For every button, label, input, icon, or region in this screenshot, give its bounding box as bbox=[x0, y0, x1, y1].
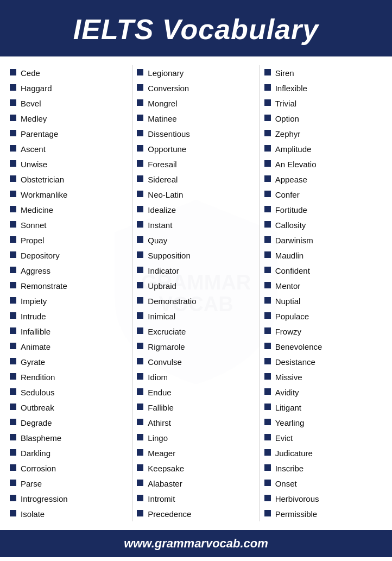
bullet-icon bbox=[264, 480, 271, 486]
word-text: Bevel bbox=[21, 98, 41, 109]
list-item: Workmanlike bbox=[10, 187, 128, 202]
bullet-icon bbox=[10, 160, 16, 167]
list-item: Degrade bbox=[10, 415, 128, 430]
word-text: Foresail bbox=[148, 159, 176, 170]
bullet-icon bbox=[264, 434, 271, 440]
bullet-icon bbox=[264, 388, 271, 395]
bullet-icon bbox=[10, 145, 16, 152]
bullet-icon bbox=[10, 419, 16, 425]
list-item: Nuptial bbox=[264, 293, 382, 308]
word-text: Impiety bbox=[21, 295, 47, 307]
bullet-icon bbox=[10, 236, 16, 243]
bullet-icon bbox=[137, 373, 143, 380]
list-item: Outbreak bbox=[10, 400, 128, 415]
list-item: Inimical bbox=[137, 308, 255, 324]
word-text: Fortitude bbox=[275, 204, 307, 216]
word-text: Trivial bbox=[275, 98, 296, 109]
list-item: Meager bbox=[137, 445, 255, 461]
bullet-icon bbox=[10, 495, 16, 501]
bullet-icon bbox=[137, 251, 143, 258]
list-item: Foresail bbox=[137, 156, 255, 172]
bullet-icon bbox=[137, 358, 143, 364]
word-text: Mentor bbox=[275, 280, 301, 292]
word-text: Fallible bbox=[148, 402, 174, 413]
list-item: Indicator bbox=[137, 263, 255, 278]
content-area: GRAMMAR VOCAB CedeHaggardBevelMedleyPare… bbox=[0, 56, 392, 530]
list-item: Isolate bbox=[10, 506, 128, 521]
word-text: Siren bbox=[275, 67, 294, 79]
word-text: Propel bbox=[21, 235, 44, 246]
bullet-icon bbox=[264, 282, 271, 288]
word-text: Intromit bbox=[148, 493, 175, 505]
word-text: Nuptial bbox=[275, 295, 301, 307]
bullet-icon bbox=[264, 464, 271, 471]
list-item: Alabaster bbox=[137, 476, 255, 491]
bullet-icon bbox=[264, 297, 271, 304]
bullet-icon bbox=[264, 145, 271, 152]
word-text: Meager bbox=[148, 447, 175, 459]
word-text: Legionary bbox=[148, 67, 184, 79]
page-title: IELTS Vocabulary bbox=[11, 13, 381, 46]
bullet-icon bbox=[264, 99, 271, 106]
bullet-icon bbox=[137, 221, 143, 228]
word-text: Parse bbox=[21, 478, 42, 489]
list-item: Precedence bbox=[137, 506, 255, 521]
list-item: Sedulous bbox=[10, 384, 128, 400]
list-item: Avidity bbox=[264, 384, 382, 400]
list-item: Permissible bbox=[264, 506, 382, 521]
word-text: Parentage bbox=[21, 128, 58, 140]
word-text: Matinee bbox=[148, 113, 176, 124]
list-item: Haggard bbox=[10, 80, 128, 96]
list-item: Legionary bbox=[137, 65, 255, 80]
word-text: An Elevatio bbox=[275, 159, 317, 170]
bullet-icon bbox=[264, 343, 271, 349]
list-item: Excruciate bbox=[137, 324, 255, 339]
list-item: Sonnet bbox=[10, 217, 128, 232]
word-text: Sonnet bbox=[21, 219, 47, 231]
list-item: Lingo bbox=[137, 430, 255, 445]
bullet-icon bbox=[137, 191, 143, 197]
word-text: Amplitude bbox=[275, 143, 312, 155]
word-text: Litigant bbox=[275, 402, 301, 413]
list-item: Parentage bbox=[10, 126, 128, 141]
bullet-icon bbox=[10, 115, 16, 121]
bullet-icon bbox=[10, 221, 16, 228]
list-item: Endue bbox=[137, 384, 255, 400]
word-text: Rigmarole bbox=[148, 341, 185, 352]
list-item: Trivial bbox=[264, 96, 382, 111]
bullet-icon bbox=[264, 206, 271, 212]
word-text: Appease bbox=[275, 174, 307, 185]
bullet-icon bbox=[10, 312, 16, 319]
word-text: Intrude bbox=[21, 311, 46, 322]
bullet-icon bbox=[137, 480, 143, 486]
list-item: Fallible bbox=[137, 400, 255, 415]
bullet-icon bbox=[10, 297, 16, 304]
list-item: Cede bbox=[10, 65, 128, 80]
word-text: Yearling bbox=[275, 417, 305, 428]
bullet-icon bbox=[137, 510, 143, 516]
list-item: Depository bbox=[10, 248, 128, 263]
list-item: Obstetrician bbox=[10, 172, 128, 187]
list-item: Evict bbox=[264, 430, 382, 445]
bullet-icon bbox=[10, 480, 16, 486]
list-item: Darkling bbox=[10, 445, 128, 461]
bullet-icon bbox=[137, 130, 143, 136]
bullet-icon bbox=[264, 191, 271, 197]
word-text: Gyrate bbox=[21, 356, 45, 368]
bullet-icon bbox=[264, 130, 271, 136]
bullet-icon bbox=[137, 282, 143, 288]
list-item: Matinee bbox=[137, 111, 255, 126]
bullet-icon bbox=[10, 251, 16, 258]
word-text: Benevolence bbox=[275, 341, 323, 352]
bullet-icon bbox=[264, 236, 271, 243]
bullet-icon bbox=[137, 312, 143, 319]
word-text: Maudlin bbox=[275, 250, 304, 261]
word-text: Precedence bbox=[148, 508, 191, 520]
bullet-icon bbox=[10, 343, 16, 349]
list-item: Judicature bbox=[264, 445, 382, 461]
bullet-icon bbox=[137, 388, 143, 395]
column-2: LegionaryConversionMongrelMatineeDissent… bbox=[132, 65, 260, 521]
list-item: Animate bbox=[10, 339, 128, 354]
bullet-icon bbox=[10, 464, 16, 471]
word-text: Confer bbox=[275, 189, 300, 200]
